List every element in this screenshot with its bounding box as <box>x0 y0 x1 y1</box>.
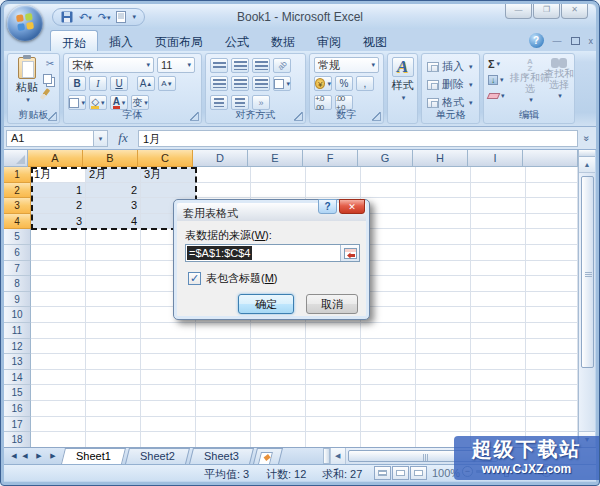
workbook-close-button[interactable]: x <box>589 36 594 46</box>
page-layout-view-button[interactable] <box>392 466 409 480</box>
cell-H5[interactable] <box>416 229 471 245</box>
ribbon-tab-公式[interactable]: 公式 <box>214 30 260 51</box>
sheet-tab-Sheet1[interactable]: Sheet1 <box>61 448 126 464</box>
align-left-button[interactable] <box>210 76 228 91</box>
cell-F18[interactable] <box>306 432 361 447</box>
find-select-button[interactable]: 查找和选择 ▾ <box>544 58 574 101</box>
cell-filler-row5[interactable] <box>526 229 578 245</box>
cell-F15[interactable] <box>306 385 361 401</box>
cell-filler-row14[interactable] <box>526 370 578 386</box>
cell-D2[interactable] <box>196 183 251 199</box>
cell-E14[interactable] <box>251 370 306 386</box>
cell-filler-row1[interactable] <box>526 167 578 183</box>
cell-I14[interactable] <box>471 370 526 386</box>
dialog-help-button[interactable]: ? <box>318 199 337 214</box>
cell-I4[interactable] <box>471 214 526 230</box>
cell-filler-row2[interactable] <box>526 183 578 199</box>
cell-H3[interactable] <box>416 198 471 214</box>
insert-function-button[interactable]: fx <box>108 130 138 146</box>
cell-F1[interactable] <box>306 167 361 183</box>
minimize-button[interactable]: — <box>505 4 532 19</box>
cell-F17[interactable] <box>306 417 361 433</box>
cell-filler-row8[interactable] <box>526 276 578 292</box>
clear-button[interactable]: ▾ <box>488 89 505 103</box>
underline-button[interactable]: U <box>110 76 128 91</box>
row-header-15[interactable]: 15 <box>4 385 31 401</box>
delete-cells-button[interactable]: 删除▾ <box>427 77 473 92</box>
cell-I1[interactable] <box>471 167 526 183</box>
accounting-format-button[interactable]: ¥▾ <box>314 76 332 91</box>
cell-C13[interactable] <box>141 354 196 370</box>
cell-I8[interactable] <box>471 276 526 292</box>
cell-A10[interactable] <box>31 307 86 323</box>
cell-H17[interactable] <box>416 417 471 433</box>
cell-D13[interactable] <box>196 354 251 370</box>
cell-I9[interactable] <box>471 292 526 308</box>
align-bottom-button[interactable] <box>252 58 270 73</box>
cell-A12[interactable] <box>31 339 86 355</box>
row-header-11[interactable]: 11 <box>4 323 31 339</box>
cell-A4[interactable]: 3 <box>31 214 86 230</box>
select-all-button[interactable] <box>4 150 28 167</box>
cell-C2[interactable] <box>141 183 196 199</box>
cell-H12[interactable] <box>416 339 471 355</box>
cell-filler-row4[interactable] <box>526 214 578 230</box>
close-button[interactable]: ✕ <box>561 4 588 19</box>
cell-B15[interactable] <box>86 385 141 401</box>
cell-H1[interactable] <box>416 167 471 183</box>
cell-G18[interactable] <box>361 432 416 447</box>
column-header-F[interactable]: F <box>303 150 358 167</box>
cell-I7[interactable] <box>471 261 526 277</box>
cell-filler-row7[interactable] <box>526 261 578 277</box>
vertical-scroll-thumb[interactable] <box>581 176 594 368</box>
cell-H9[interactable] <box>416 292 471 308</box>
orientation-button[interactable]: ab <box>273 58 291 73</box>
cell-E2[interactable] <box>251 183 306 199</box>
cell-A18[interactable] <box>31 432 86 447</box>
cell-F14[interactable] <box>306 370 361 386</box>
column-header-G[interactable]: G <box>358 150 413 167</box>
cell-D15[interactable] <box>196 385 251 401</box>
cell-A1[interactable]: 1月 <box>31 167 86 183</box>
cell-H13[interactable] <box>416 354 471 370</box>
help-icon[interactable]: ? <box>529 33 544 48</box>
cell-H8[interactable] <box>416 276 471 292</box>
font-dialog-launcher[interactable] <box>190 112 199 121</box>
vertical-scrollbar[interactable]: ▲ ▼ <box>578 150 595 447</box>
cell-H4[interactable] <box>416 214 471 230</box>
cell-filler-row17[interactable] <box>526 417 578 433</box>
cell-A9[interactable] <box>31 292 86 308</box>
cell-B11[interactable] <box>86 323 141 339</box>
row-header-18[interactable]: 18 <box>4 432 31 447</box>
column-header-I[interactable]: I <box>468 150 523 167</box>
cell-B6[interactable] <box>86 245 141 261</box>
column-header-D[interactable]: D <box>193 150 248 167</box>
row-header-12[interactable]: 12 <box>4 339 31 355</box>
cell-A3[interactable]: 2 <box>31 198 86 214</box>
tab-split-handle[interactable] <box>323 448 330 464</box>
previous-sheet-button[interactable]: ◀ <box>18 448 32 464</box>
cell-I12[interactable] <box>471 339 526 355</box>
cell-E1[interactable] <box>251 167 306 183</box>
expand-formula-bar-button[interactable]: » <box>581 130 592 146</box>
row-header-14[interactable]: 14 <box>4 370 31 386</box>
align-center-button[interactable] <box>231 76 249 91</box>
first-sheet-button[interactable]: ◀ <box>4 448 18 464</box>
cell-A6[interactable] <box>31 245 86 261</box>
clipboard-dialog-launcher[interactable] <box>48 112 57 121</box>
cell-A7[interactable] <box>31 261 86 277</box>
dialog-close-button[interactable]: ✕ <box>339 199 365 214</box>
maximize-button[interactable]: ❐ <box>533 4 560 19</box>
name-box[interactable]: A1 <box>6 130 94 147</box>
name-box-dropdown[interactable]: ▾ <box>94 130 108 147</box>
cell-F16[interactable] <box>306 401 361 417</box>
column-header-A[interactable]: A <box>28 150 83 167</box>
ribbon-tab-开始[interactable]: 开始 <box>50 30 98 51</box>
number-format-select[interactable]: 常规▾ <box>314 57 379 73</box>
cell-H10[interactable] <box>416 307 471 323</box>
cell-I15[interactable] <box>471 385 526 401</box>
split-handle[interactable] <box>579 150 595 157</box>
table-source-input[interactable]: =$A$1:$C$4 <box>185 244 360 262</box>
cell-G17[interactable] <box>361 417 416 433</box>
cell-C18[interactable] <box>141 432 196 447</box>
